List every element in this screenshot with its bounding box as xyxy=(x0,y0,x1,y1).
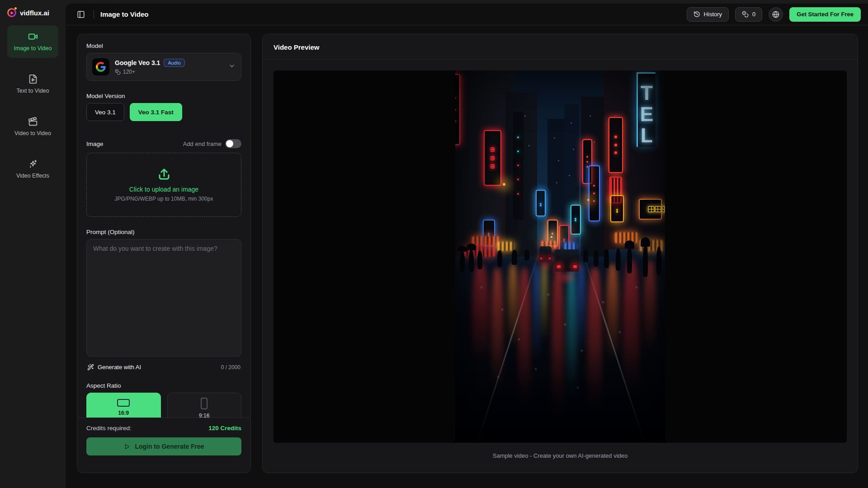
get-started-button[interactable]: Get Started For Free xyxy=(789,7,861,22)
brand-logo-icon xyxy=(7,8,16,17)
version-veo-31-fast-button[interactable]: Veo 3.1 Fast xyxy=(130,103,182,121)
neon-glyph xyxy=(614,151,617,154)
speck xyxy=(602,301,604,303)
upload-title: Click to upload an image xyxy=(129,186,198,193)
person xyxy=(512,250,517,265)
model-name: Google Veo 3.1 xyxy=(115,59,160,66)
version-veo-31-button[interactable]: Veo 3.1 xyxy=(86,103,124,121)
neon-sign xyxy=(484,130,501,186)
umbrella-silhouette xyxy=(625,240,634,248)
neon-glyph xyxy=(540,205,542,206)
sidebar-item-video-to-video[interactable]: Video to Video xyxy=(7,110,58,143)
person xyxy=(524,249,529,261)
login-to-generate-button[interactable]: Login to Generate Free xyxy=(86,437,241,455)
aspect-9-16-card[interactable]: 9:16 xyxy=(167,393,242,418)
neon-glyph xyxy=(491,156,495,160)
end-frame-toggle[interactable] xyxy=(225,139,241,148)
taillight xyxy=(549,258,551,259)
topbar-left: Image to Video xyxy=(75,8,148,21)
brand[interactable]: vidflux.ai xyxy=(0,6,66,25)
prompt-input[interactable] xyxy=(86,239,241,357)
credits-pill[interactable]: 0 xyxy=(735,7,762,22)
generate-with-ai-label: Generate with AI xyxy=(98,364,141,371)
neon-glyph xyxy=(491,164,495,169)
side-nav: Image to Video Text to Video Video to Vi… xyxy=(0,25,66,191)
char-counter: 0 / 2000 xyxy=(221,364,241,371)
history-button[interactable]: History xyxy=(687,7,729,22)
main-area: Image to Video History 0 Get Started For… xyxy=(66,4,868,488)
form-scroll-area[interactable]: Model Google Veo 3.1 Audio xyxy=(77,34,250,418)
wand-icon xyxy=(87,364,94,371)
neon-sign xyxy=(536,190,546,217)
taillight xyxy=(540,258,542,259)
neon-glyph xyxy=(491,147,495,152)
aspect-ratio-label: Aspect Ratio xyxy=(86,382,241,389)
car xyxy=(555,249,579,272)
video-camera-icon xyxy=(28,32,38,42)
sidebar-item-image-to-video[interactable]: Image to Video xyxy=(7,25,58,58)
divider xyxy=(94,10,94,19)
panel-left-icon xyxy=(77,10,85,19)
model-credits-note: 120+ xyxy=(123,69,135,75)
aspect-ratio-value: 16:9 xyxy=(118,410,129,416)
speck xyxy=(481,286,482,288)
umbrella-silhouette xyxy=(641,237,650,247)
portrait-ratio-icon xyxy=(201,398,208,409)
neon-glyph xyxy=(648,206,655,213)
landscape-ratio-icon xyxy=(117,399,130,407)
aspect-16-9-card[interactable]: 16:9 xyxy=(86,393,161,418)
neon-glyph xyxy=(593,185,595,187)
refl xyxy=(552,268,564,439)
sidebar-item-label: Text to Video xyxy=(16,88,49,94)
model-version-label: Model Version xyxy=(86,93,241,99)
win xyxy=(569,175,570,176)
speck xyxy=(564,324,566,325)
neon-glyph xyxy=(517,164,519,166)
sidebar-toggle-button[interactable] xyxy=(75,8,87,21)
google-logo-icon xyxy=(92,58,109,75)
taillight-glow xyxy=(557,271,578,284)
globe-icon xyxy=(772,11,779,18)
person xyxy=(460,251,465,272)
topbar-right: History 0 Get Started For Free xyxy=(687,7,861,22)
refl xyxy=(587,268,602,432)
refl xyxy=(518,268,531,424)
app-root: vidflux.ai Image to Video Text to Video … xyxy=(0,0,868,488)
video-stage[interactable]: TEL xyxy=(274,70,847,443)
model-label: Model xyxy=(86,42,241,49)
video-preview-title: Video Preview xyxy=(263,34,858,60)
neon-glyph xyxy=(517,178,519,180)
neon-glyph xyxy=(593,200,595,202)
model-info: Google Veo 3.1 Audio 120+ xyxy=(115,59,223,75)
clapperboard-icon xyxy=(28,117,38,127)
model-select[interactable]: Google Veo 3.1 Audio 120+ xyxy=(86,53,241,81)
person xyxy=(583,249,588,263)
neon-sign xyxy=(513,112,524,220)
sidebar-item-text-to-video[interactable]: Text to Video xyxy=(7,68,58,100)
neon-glyph xyxy=(455,109,456,111)
neon-glyph xyxy=(517,193,519,195)
neon-glyph xyxy=(586,166,588,168)
win xyxy=(594,141,595,143)
form-footer: Credits required: 120 Credits Login to G… xyxy=(77,418,250,473)
refl xyxy=(541,264,547,353)
sidebar: vidflux.ai Image to Video Text to Video … xyxy=(0,0,66,488)
brand-name: vidflux.ai xyxy=(20,9,49,17)
audio-badge: Audio xyxy=(164,59,184,67)
upload-hint: JPG/PNG/WEBP up to 10MB, min 300px xyxy=(115,196,213,202)
neon-sign xyxy=(609,117,623,173)
win xyxy=(590,115,591,117)
sidebar-item-video-effects[interactable]: Video Effects xyxy=(7,153,58,185)
image-upload-dropzone[interactable]: Click to upload an image JPG/PNG/WEBP up… xyxy=(86,153,241,217)
file-play-icon xyxy=(28,74,38,84)
image-header: Image Add end frame xyxy=(86,139,241,148)
person xyxy=(604,249,609,268)
language-button[interactable] xyxy=(769,7,783,22)
generate-with-ai-button[interactable]: Generate with AI xyxy=(87,364,141,371)
tel-letter: E xyxy=(640,104,653,124)
aspect-ratio-value: 9:16 xyxy=(199,413,209,418)
umbrella-silhouette xyxy=(458,246,467,252)
speck xyxy=(577,387,579,389)
taillight xyxy=(557,265,561,268)
credits-count: 0 xyxy=(752,11,755,18)
